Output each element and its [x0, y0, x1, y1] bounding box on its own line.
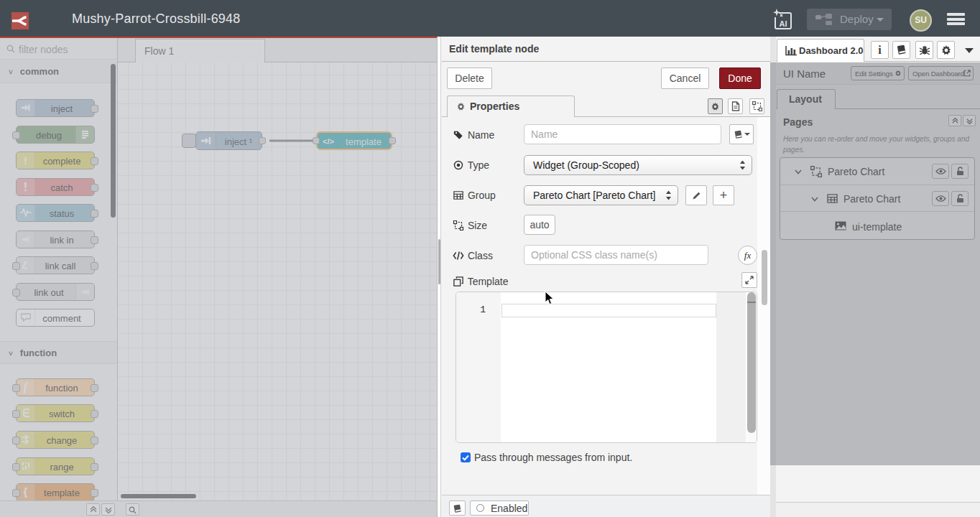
svg-text:AI: AI	[780, 19, 787, 28]
